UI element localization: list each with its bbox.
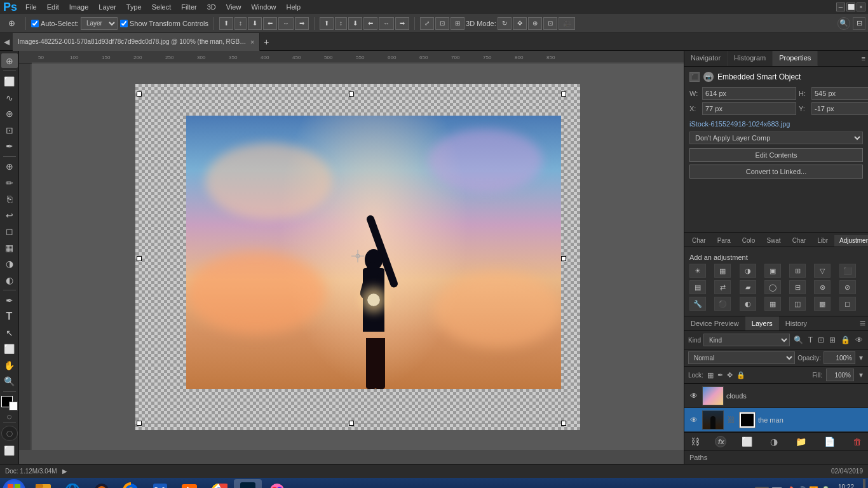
- 3d-camera-btn[interactable]: 🎥: [559, 17, 575, 30]
- layer-search-icon[interactable]: 🔍: [792, 334, 804, 346]
- taskbar-ie[interactable]: [58, 479, 86, 488]
- add-style-btn[interactable]: fx: [715, 436, 726, 447]
- paths-section[interactable]: Paths: [684, 451, 868, 464]
- restore-btn[interactable]: ⬜: [846, 3, 855, 11]
- 3d-btn[interactable]: ⊞: [451, 17, 465, 30]
- menu-layer[interactable]: Layer: [93, 2, 121, 12]
- document-tab[interactable]: Images-482252-001-570a81d93df78c7d9edc0d…: [13, 33, 260, 51]
- dist-right-btn[interactable]: ➡: [395, 17, 409, 30]
- adj-brightness[interactable]: ☀: [689, 264, 706, 278]
- menu-select[interactable]: Select: [147, 2, 177, 12]
- lock-artboard-btn[interactable]: ✥: [727, 371, 733, 379]
- tab-properties[interactable]: Properties: [773, 51, 818, 66]
- dist-horiz-btn[interactable]: ↔: [379, 17, 394, 30]
- adj-hdr[interactable]: ▦: [764, 297, 781, 311]
- align-left-btn[interactable]: ⬅: [263, 17, 277, 30]
- add-mask-btn[interactable]: ⬜: [739, 435, 755, 448]
- tab-history[interactable]: History: [779, 316, 813, 330]
- adj-shadows[interactable]: ◐: [740, 297, 756, 311]
- layer-adj-btn[interactable]: ⊡: [817, 334, 825, 346]
- blend-mode-dropdown[interactable]: Normal Multiply Screen Overlay: [688, 351, 795, 364]
- layer-comp-dropdown[interactable]: Don't Apply Layer Comp: [689, 132, 863, 144]
- adj-black-white[interactable]: ▤: [689, 280, 706, 294]
- tab-layers[interactable]: Layers: [745, 316, 779, 330]
- sub-tab-para[interactable]: Para: [712, 235, 736, 247]
- tab-histogram[interactable]: Histogram: [728, 51, 773, 66]
- tab-close-btn[interactable]: ×: [250, 38, 254, 46]
- adj-selective-color[interactable]: ⚫: [714, 297, 731, 311]
- adj-exposure[interactable]: ▣: [764, 264, 781, 278]
- layer-type-btn[interactable]: T: [807, 334, 814, 346]
- spot-heal-tool[interactable]: ⊕: [1, 159, 18, 174]
- path-select-tool[interactable]: ↖: [1, 325, 18, 340]
- layer-lock-btn[interactable]: 🔒: [839, 334, 851, 346]
- crop-tool[interactable]: ⊡: [1, 123, 18, 137]
- reset-colors[interactable]: ⬡: [7, 414, 11, 420]
- layer-smart-btn[interactable]: ⊞: [828, 334, 837, 346]
- taskbar-photoshop[interactable]: Ps: [234, 479, 262, 488]
- dist-top-btn[interactable]: ⬆: [320, 17, 334, 30]
- adj-color-balance[interactable]: ⬛: [839, 264, 856, 278]
- brush-tool[interactable]: ✏: [1, 175, 18, 190]
- sub-tab-colo[interactable]: Colo: [737, 235, 761, 247]
- quick-mask-tool[interactable]: ◯: [1, 426, 18, 441]
- tab-device-preview[interactable]: Device Preview: [684, 316, 745, 330]
- background-color[interactable]: [9, 402, 18, 410]
- taskbar-color[interactable]: [263, 479, 291, 488]
- new-tab-btn[interactable]: +: [260, 33, 273, 51]
- fill-input[interactable]: 100%: [826, 369, 854, 381]
- color-swatch[interactable]: [1, 396, 18, 410]
- history-brush-tool[interactable]: ↩: [1, 208, 18, 222]
- panel-options-btn[interactable]: ≡: [859, 51, 868, 66]
- zoom-tool[interactable]: 🔍: [1, 374, 18, 389]
- kind-dropdown[interactable]: Kind: [703, 334, 790, 346]
- adj-match-color[interactable]: ◻: [839, 297, 856, 311]
- adj-channel-mixer[interactable]: ▰: [740, 280, 756, 294]
- move-tool[interactable]: ⊕: [1, 53, 18, 68]
- tab-nav-left[interactable]: ◀: [0, 33, 13, 51]
- taskbar-chrome[interactable]: [205, 479, 233, 488]
- 3d-scale-btn[interactable]: ⊡: [543, 17, 557, 30]
- 3d-orbit-btn[interactable]: ↻: [498, 17, 512, 30]
- adj-invert[interactable]: ⊟: [789, 280, 806, 294]
- lock-all-btn[interactable]: 🔒: [736, 371, 745, 379]
- blur-tool[interactable]: ◑: [1, 256, 18, 271]
- lasso-tool[interactable]: ∿: [1, 90, 18, 105]
- adj-threshold[interactable]: ⊘: [839, 280, 856, 294]
- taskbar-word[interactable]: W: [146, 479, 174, 488]
- type-tool[interactable]: T: [1, 309, 18, 324]
- opacity-dropdown-btn[interactable]: ▾: [858, 353, 864, 362]
- gradient-tool[interactable]: ▦: [1, 240, 18, 255]
- taskbar-media[interactable]: [88, 479, 116, 488]
- delete-layer-btn[interactable]: 🗑: [850, 435, 864, 448]
- show-desktop-btn[interactable]: [863, 479, 865, 488]
- tab-navigator[interactable]: Navigator: [684, 51, 728, 66]
- minimize-btn[interactable]: ─: [836, 3, 845, 11]
- quick-select-tool[interactable]: ⊛: [1, 106, 18, 121]
- taskbar-explorer[interactable]: [29, 479, 57, 488]
- warp-btn[interactable]: ⊡: [435, 17, 449, 30]
- adj-hue-sat[interactable]: ▽: [814, 264, 831, 278]
- taskbar-firefox[interactable]: [117, 479, 145, 488]
- adj-levels[interactable]: ▦: [714, 264, 731, 278]
- dist-vert-btn[interactable]: ↕: [335, 17, 347, 30]
- close-btn[interactable]: ×: [857, 3, 865, 11]
- layer-item-man[interactable]: 👁 ⛓ the man: [684, 408, 868, 432]
- system-clock[interactable]: 10:22 ق.ظ: [833, 484, 859, 488]
- menu-window[interactable]: Window: [246, 2, 281, 12]
- sub-tab-libr[interactable]: Libr: [812, 235, 833, 247]
- screen-mode-btn[interactable]: ⬜: [1, 442, 18, 459]
- dist-left-btn[interactable]: ⬅: [363, 17, 377, 30]
- new-layer-btn[interactable]: 📄: [822, 435, 837, 448]
- clone-stamp-tool[interactable]: ⎘: [1, 192, 18, 207]
- adj-variations[interactable]: ◫: [789, 297, 806, 311]
- new-group-btn[interactable]: 📁: [793, 435, 809, 448]
- layer-vis-clouds[interactable]: 👁: [688, 390, 700, 402]
- 3d-pan-btn[interactable]: ✥: [513, 17, 527, 30]
- taskbar-player[interactable]: [175, 479, 203, 488]
- new-fill-adj-btn[interactable]: ◑: [768, 435, 780, 448]
- adj-posterize[interactable]: ⊗: [814, 280, 831, 294]
- fill-dropdown-btn[interactable]: ▾: [858, 370, 864, 379]
- adj-vibrance[interactable]: ⊞: [789, 264, 806, 278]
- menu-edit[interactable]: Edit: [42, 2, 64, 12]
